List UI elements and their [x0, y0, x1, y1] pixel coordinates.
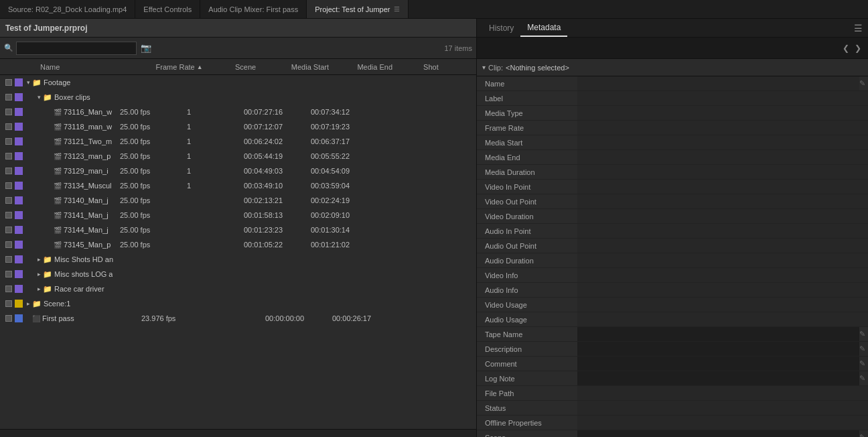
metadata-value[interactable] [577, 357, 859, 371]
list-item[interactable]: 🎬73118_man_w25.00 fps100:07:12:0700:07:1… [0, 119, 476, 134]
list-item[interactable]: ▸📁Misc Shots HD an [0, 252, 476, 267]
horizontal-scrollbar[interactable] [0, 429, 476, 437]
row-mediaend: 00:07:19:23 [311, 123, 378, 131]
list-item[interactable]: ▸📁Scene:1 [0, 296, 476, 311]
row-name: 73140_Man_j [64, 196, 108, 204]
row-name: 73116_Man_w [64, 108, 112, 116]
row-indent: 🎬73123_man_p [24, 152, 120, 160]
checkbox-inner [5, 168, 12, 174]
metadata-nav-right-icon[interactable]: ❯ [852, 44, 864, 53]
col-header-shot[interactable]: Shot [423, 63, 476, 71]
list-item[interactable]: ▸📁Misc shots LOG a [0, 267, 476, 282]
metadata-value[interactable] [577, 371, 859, 385]
tab-metadata[interactable]: Metadata [520, 19, 567, 37]
list-item[interactable]: 🎬73140_Man_j25.00 fps00:02:13:2100:02:24… [0, 193, 476, 208]
col-header-mediastart[interactable]: Media Start [291, 63, 358, 71]
metadata-edit-icon[interactable]: ✎ [859, 79, 865, 88]
row-scene: 1 [187, 167, 244, 175]
row-mediaend: 00:02:09:10 [311, 211, 378, 219]
color-swatch [15, 226, 23, 234]
list-item[interactable]: ▾📁Footage [0, 75, 476, 90]
row-checkbox[interactable] [3, 135, 15, 147]
row-checkbox[interactable] [3, 312, 15, 324]
row-scene: 1 [187, 123, 244, 131]
list-item[interactable]: 🎬73144_Man_j25.00 fps00:01:23:2300:01:30… [0, 223, 476, 237]
expand-button[interactable]: ▸ [35, 270, 43, 278]
list-item[interactable]: 🎬73121_Two_m25.00 fps100:06:24:0200:06:3… [0, 134, 476, 149]
metadata-value [577, 416, 868, 430]
metadata-row: Audio Duration [477, 253, 868, 268]
metadata-value[interactable] [577, 327, 859, 341]
row-checkbox[interactable] [3, 224, 15, 236]
row-checkbox[interactable] [3, 283, 15, 295]
list-item[interactable]: 🎬73123_man_p25.00 fps100:05:44:1900:05:5… [0, 149, 476, 164]
metadata-row: Media Start [477, 135, 868, 150]
col-header-scene[interactable]: Scene [235, 63, 291, 71]
row-name: 73123_man_p [64, 152, 111, 160]
row-checkbox[interactable] [3, 165, 15, 177]
tab-history[interactable]: History [482, 19, 520, 37]
tab-source[interactable]: Source: R02_28_Dock Loading.mp4 [0, 0, 135, 18]
clip-icon: 🎬 [54, 168, 62, 175]
expand-button[interactable]: ▸ [24, 300, 32, 308]
tab-project[interactable]: Project: Test of Jumper ☰ [307, 0, 409, 18]
row-checkbox[interactable] [3, 91, 15, 103]
camera-icon[interactable]: 📷 [141, 43, 151, 53]
row-mediaend: 00:05:55:22 [311, 152, 378, 160]
row-checkbox[interactable] [3, 76, 15, 88]
metadata-edit-icon[interactable]: ✎ [859, 374, 865, 383]
row-framerate: 25.00 fps [120, 182, 187, 190]
metadata-value [577, 209, 868, 223]
col-header-name[interactable]: Name [40, 63, 156, 71]
metadata-menu-icon[interactable]: ☰ [854, 23, 863, 34]
list-item[interactable]: 🎬73129_man_i25.00 fps100:04:49:0300:04:5… [0, 164, 476, 178]
list-item[interactable]: ⬛First pass23.976 fps00:00:00:0000:00:26… [0, 311, 476, 326]
checkbox-inner [5, 256, 12, 263]
list-item[interactable]: ▾📁Boxer clips [0, 90, 476, 105]
clip-icon: 🎬 [54, 241, 62, 249]
row-checkbox[interactable] [3, 253, 15, 265]
row-checkbox[interactable] [3, 106, 15, 118]
metadata-edit-icon[interactable]: ✎ [859, 330, 865, 338]
row-checkbox[interactable] [3, 298, 15, 310]
metadata-edit-icon[interactable]: ✎ [859, 359, 865, 368]
row-name: Scene:1 [44, 300, 70, 308]
row-checkbox[interactable] [3, 180, 15, 192]
tab-effect[interactable]: Effect Controls [135, 0, 200, 18]
list-item[interactable]: 🎬73145_Man_p25.00 fps00:01:05:2200:01:21… [0, 237, 476, 252]
tab-menu-icon[interactable]: ☰ [394, 5, 400, 13]
tab-audiomix[interactable]: Audio Clip Mixer: First pass [200, 0, 307, 18]
list-item[interactable]: ▸📁Race car driver [0, 282, 476, 296]
expand-button[interactable]: ▾ [35, 93, 43, 101]
metadata-nav-left-icon[interactable]: ❮ [840, 44, 852, 53]
expand-button[interactable]: ▸ [35, 255, 43, 263]
clip-icon: 🎬 [54, 227, 62, 234]
item-count: 17 items [444, 44, 472, 52]
search-input[interactable] [16, 42, 137, 55]
metadata-row: Frame Rate [477, 121, 868, 135]
sequence-folder-icon: 📁 [32, 300, 42, 308]
row-checkbox[interactable] [3, 209, 15, 221]
row-checkbox[interactable] [3, 194, 15, 206]
metadata-edit-icon[interactable]: ✎ [859, 345, 865, 353]
row-name: 73121_Two_m [64, 137, 112, 145]
metadata-value[interactable] [577, 430, 859, 437]
row-checkbox[interactable] [3, 121, 15, 133]
clip-expand-icon[interactable]: ▾ [482, 64, 486, 71]
list-item[interactable]: 🎬73116_Man_w25.00 fps100:07:27:1600:07:3… [0, 105, 476, 119]
col-header-mediaend[interactable]: Media End [357, 63, 423, 71]
list-item[interactable]: 🎬73134_Muscul25.00 fps100:03:49:1000:03:… [0, 178, 476, 193]
clip-icon: 🎬 [54, 109, 62, 116]
list-item[interactable]: 🎬73141_Man_j25.00 fps00:01:58:1300:02:09… [0, 208, 476, 223]
col-header-framerate[interactable]: Frame Rate ▲ [156, 63, 235, 71]
metadata-row: Video Duration [477, 209, 868, 224]
metadata-value[interactable] [577, 342, 859, 356]
metadata-search-input[interactable] [481, 44, 840, 52]
row-checkbox[interactable] [3, 268, 15, 280]
metadata-row: Video Info [477, 268, 868, 283]
row-checkbox[interactable] [3, 239, 15, 251]
expand-button[interactable]: ▸ [35, 285, 43, 293]
metadata-edit-icon[interactable]: ✎ [859, 433, 865, 437]
expand-button[interactable]: ▾ [24, 78, 32, 86]
row-checkbox[interactable] [3, 150, 15, 162]
